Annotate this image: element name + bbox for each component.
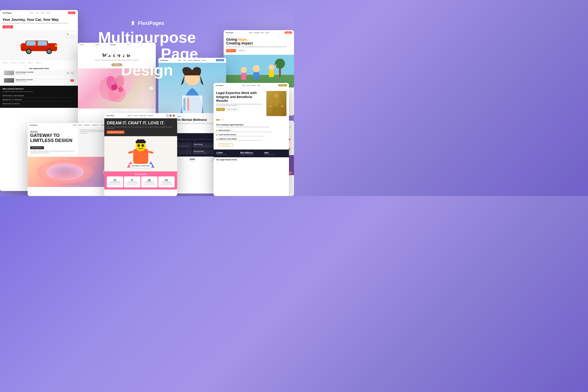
legal-stat-2: $50 Millions In Legal Dispute Settlement…: [240, 152, 262, 155]
charity-hero-image: [224, 55, 294, 87]
legal-hero-desc: With unwavering expertise, utmost integr…: [216, 104, 264, 107]
legal-practice-section: Our Legal Practice Areas: [214, 157, 289, 162]
craft-cta[interactable]: ← Book Your First Class: [107, 131, 124, 134]
hero-title: Multipurpose Landing Page Design: [84, 29, 210, 78]
floral-next-btn[interactable]: ›: [149, 86, 153, 90]
legal-hero: Legal Expertise Work with Integrity and …: [214, 88, 289, 118]
svg-rect-10: [20, 45, 23, 46]
legal-practice-title: Our Legal Practice Areas: [216, 159, 286, 161]
legal-leading-desc: At our legal firm, these values transcen…: [216, 126, 286, 128]
svg-rect-41: [281, 106, 284, 107]
car-cta-btn[interactable]: Get Started: [3, 25, 13, 28]
fleet-cars-list: Horizon Mirage Convertible Starting at $…: [3, 70, 75, 84]
craft-hero-desc: From Novice to Mastery-CraftHive is Your…: [107, 126, 175, 129]
svg-point-47: [241, 67, 247, 73]
craft-welcome-bubble: WELCOME TO CRAFTHIVE!: [130, 164, 152, 168]
car-hero-desc: Experience the ultimate freedom of trave…: [3, 22, 75, 24]
craft-values: OUR VALUES 01 CC Community Creativity Bu…: [104, 171, 177, 190]
car-illustration: [16, 36, 62, 55]
mental-stat-2: $50M In Settlements: [181, 157, 204, 163]
abstract-shapes: [28, 157, 103, 187]
svg-rect-27: [148, 151, 153, 154]
svg-rect-26: [128, 151, 133, 154]
services-list: STRATEGIC BRANDING › WEBSITE UI DESIGN ›…: [3, 94, 75, 106]
charity-learn-btn[interactable]: Learn More: [237, 49, 247, 52]
design-main-title: GATEWAY TO LIMITLESS DESIGN: [30, 133, 75, 143]
svg-point-17: [118, 87, 123, 92]
svg-rect-4: [38, 41, 47, 45]
design-hero: Artistic GATEWAY TO LIMITLESS DESIGN STA…: [28, 127, 78, 157]
legal-stats: 1,000+ Trusted Clients Served $50 Millio…: [214, 150, 289, 157]
craft-hero-title: DREAM IT. CRAFT IT. LOVE IT.: [107, 121, 175, 125]
values-title: OUR VALUES: [107, 173, 175, 175]
why-title: Why Choose Drivoxe?: [3, 88, 75, 90]
car-navbar-brand: FlexiPages: [3, 12, 12, 14]
craft-navbar: FlexiPages About us Classes Blog & News …: [104, 113, 177, 118]
legal-leading-title: The Leading Legal Expertise: [216, 124, 286, 126]
legal-consult-btn[interactable]: Book Consultation: [226, 108, 239, 111]
car-stats-badge: 50+ 16.4K+ PEOPLE: [65, 32, 75, 37]
design-right: We redefine creative possibilities, ensu…: [78, 127, 108, 157]
brand-row: FlexiPages: [84, 20, 210, 26]
charity-donate-btn[interactable]: Donate Now: [226, 49, 236, 52]
charity-btns: Donate Now Learn More: [226, 49, 291, 52]
svg-point-16: [111, 84, 117, 90]
value-ic: 02 IC Inclusive Creativity Offering work…: [124, 176, 140, 188]
svg-point-0: [132, 22, 133, 23]
svg-point-23: [141, 144, 144, 147]
car-mini-img-2: [4, 78, 14, 83]
svg-rect-50: [253, 72, 259, 80]
car-hero-title: Your Journey, Your Car, Your Way: [3, 18, 75, 22]
car-hero: Your Journey, Your Car, Your Way Experie…: [0, 16, 78, 30]
value-qe: 03 QE Quality Education Expert teachers …: [141, 176, 158, 188]
service-printing: PRINTING DESIGN ›: [3, 102, 75, 106]
svg-point-6: [27, 50, 30, 53]
car-navbar-links: Service Cars Pricing About: [30, 12, 50, 14]
charity-hero: Giving Hope,Creating Impact Be a part of…: [224, 35, 294, 55]
rocket-icon: [130, 20, 136, 26]
svg-point-8: [47, 50, 51, 53]
svg-point-22: [137, 144, 140, 147]
svg-rect-37: [273, 101, 280, 103]
car-image-area: 50+ 16.4K+ PEOPLE: [0, 30, 78, 61]
value-cc: 01 CC Community Creativity Building a co…: [107, 176, 123, 188]
car-signup-btn[interactable]: Sign up: [68, 12, 75, 14]
svg-rect-34: [187, 98, 189, 111]
fleet-car-1: Horizon Mirage Convertible Starting at $…: [3, 70, 75, 76]
legal-started-btn[interactable]: Get Started: [216, 108, 225, 111]
svg-rect-3: [27, 41, 36, 45]
car-fleet-section: Our Impressive Fleet Horizon Mirage Conv…: [0, 65, 78, 86]
legal-contact-btn[interactable]: Contact us: [278, 84, 287, 86]
svg-point-49: [253, 65, 260, 72]
legal-features: The Leading Legal Expertise At our legal…: [214, 122, 289, 150]
design-content: Artistic GATEWAY TO LIMITLESS DESIGN STA…: [28, 127, 108, 157]
legal-stat-3: 98% Client Satisfaction Rate: [264, 152, 286, 155]
svg-rect-48: [241, 73, 246, 80]
car-why-section: Why Choose Drivoxe? Join satisfied custo…: [0, 86, 78, 108]
svg-rect-52: [269, 70, 274, 77]
svg-rect-33: [183, 98, 185, 111]
craft-hero: DREAM IT. CRAFT IT. LOVE IT. From Novice…: [104, 118, 177, 136]
charity-register-btn[interactable]: Register: [285, 31, 292, 34]
charity-hero-title: Giving Hope,Creating Impact: [226, 38, 291, 45]
svg-rect-25: [137, 139, 144, 141]
craft-card: FlexiPages About us Classes Blog & News …: [104, 113, 177, 196]
svg-rect-39: [269, 106, 272, 107]
craft-image-area: WELCOME TO CRAFTHIVE!: [104, 136, 177, 171]
why-desc: Join satisfied customers who trust us fo…: [3, 91, 75, 92]
main-container: FlexiPages Multipurpose Landing Page Des…: [0, 0, 294, 196]
feature-integrity: WORK INTEGRITY Our pursuit of excellence…: [216, 129, 286, 133]
svg-line-40: [280, 101, 283, 106]
legal-btns: Get Started Book Consultation: [216, 108, 264, 111]
charity-navbar: FlexiPages Home Campaign About Contact R…: [224, 30, 294, 35]
car-mini-img: [4, 71, 14, 75]
svg-rect-9: [55, 45, 58, 46]
svg-point-35: [274, 93, 279, 98]
design-desc: We redefine creative possibilities, ensu…: [30, 150, 75, 154]
charity-hero-desc: Be a part of something great. We are utt…: [226, 46, 291, 48]
car-rental-navbar: FlexiPages Service Cars Pricing About Si…: [0, 10, 78, 16]
legal-pagination: [214, 118, 289, 122]
legal-see-more-btn[interactable]: See More About Us: [219, 143, 233, 146]
values-grid: 01 CC Community Creativity Building a co…: [107, 176, 175, 188]
design-navbar: FlexiPages HOME ABOUT SERVICES PROJECTS …: [28, 123, 108, 127]
